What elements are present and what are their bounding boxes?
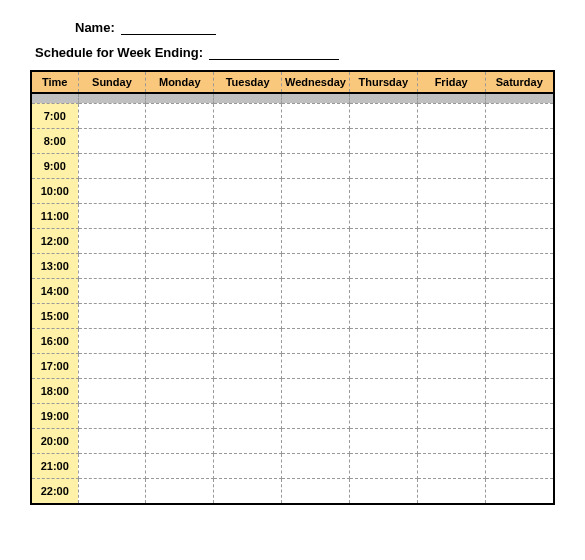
schedule-cell[interactable] bbox=[417, 228, 485, 253]
schedule-cell[interactable] bbox=[282, 228, 350, 253]
schedule-cell[interactable] bbox=[349, 128, 417, 153]
schedule-cell[interactable] bbox=[349, 153, 417, 178]
schedule-cell[interactable] bbox=[485, 453, 553, 478]
schedule-cell[interactable] bbox=[78, 253, 146, 278]
schedule-cell[interactable] bbox=[417, 178, 485, 203]
schedule-cell[interactable] bbox=[214, 403, 282, 428]
schedule-cell[interactable] bbox=[485, 328, 553, 353]
schedule-cell[interactable] bbox=[78, 128, 146, 153]
schedule-cell[interactable] bbox=[282, 253, 350, 278]
schedule-cell[interactable] bbox=[214, 328, 282, 353]
schedule-cell[interactable] bbox=[485, 103, 553, 128]
schedule-cell[interactable] bbox=[146, 378, 214, 403]
schedule-cell[interactable] bbox=[485, 203, 553, 228]
schedule-cell[interactable] bbox=[485, 128, 553, 153]
week-ending-input-line[interactable] bbox=[209, 46, 339, 60]
schedule-cell[interactable] bbox=[146, 303, 214, 328]
schedule-cell[interactable] bbox=[78, 153, 146, 178]
schedule-cell[interactable] bbox=[417, 328, 485, 353]
schedule-cell[interactable] bbox=[146, 403, 214, 428]
schedule-cell[interactable] bbox=[78, 303, 146, 328]
schedule-cell[interactable] bbox=[214, 303, 282, 328]
schedule-cell[interactable] bbox=[214, 153, 282, 178]
schedule-cell[interactable] bbox=[282, 153, 350, 178]
schedule-cell[interactable] bbox=[349, 253, 417, 278]
schedule-cell[interactable] bbox=[78, 178, 146, 203]
schedule-cell[interactable] bbox=[146, 253, 214, 278]
schedule-cell[interactable] bbox=[214, 128, 282, 153]
schedule-cell[interactable] bbox=[282, 178, 350, 203]
schedule-cell[interactable] bbox=[349, 453, 417, 478]
name-input-line[interactable] bbox=[121, 21, 216, 35]
schedule-cell[interactable] bbox=[349, 203, 417, 228]
schedule-cell[interactable] bbox=[349, 378, 417, 403]
schedule-cell[interactable] bbox=[417, 353, 485, 378]
schedule-cell[interactable] bbox=[417, 103, 485, 128]
schedule-cell[interactable] bbox=[485, 428, 553, 453]
schedule-cell[interactable] bbox=[282, 128, 350, 153]
schedule-cell[interactable] bbox=[282, 478, 350, 503]
schedule-cell[interactable] bbox=[417, 253, 485, 278]
schedule-cell[interactable] bbox=[78, 378, 146, 403]
schedule-cell[interactable] bbox=[417, 478, 485, 503]
schedule-cell[interactable] bbox=[417, 303, 485, 328]
schedule-cell[interactable] bbox=[214, 203, 282, 228]
schedule-cell[interactable] bbox=[214, 378, 282, 403]
schedule-cell[interactable] bbox=[282, 203, 350, 228]
schedule-cell[interactable] bbox=[417, 203, 485, 228]
schedule-cell[interactable] bbox=[417, 378, 485, 403]
schedule-cell[interactable] bbox=[214, 278, 282, 303]
schedule-cell[interactable] bbox=[349, 403, 417, 428]
schedule-cell[interactable] bbox=[78, 203, 146, 228]
schedule-cell[interactable] bbox=[417, 128, 485, 153]
schedule-cell[interactable] bbox=[485, 178, 553, 203]
schedule-cell[interactable] bbox=[146, 178, 214, 203]
schedule-cell[interactable] bbox=[485, 228, 553, 253]
schedule-cell[interactable] bbox=[485, 303, 553, 328]
schedule-cell[interactable] bbox=[214, 478, 282, 503]
schedule-cell[interactable] bbox=[78, 228, 146, 253]
schedule-cell[interactable] bbox=[78, 328, 146, 353]
schedule-cell[interactable] bbox=[282, 303, 350, 328]
schedule-cell[interactable] bbox=[282, 278, 350, 303]
schedule-cell[interactable] bbox=[417, 153, 485, 178]
schedule-cell[interactable] bbox=[282, 378, 350, 403]
schedule-cell[interactable] bbox=[146, 478, 214, 503]
schedule-cell[interactable] bbox=[146, 453, 214, 478]
schedule-cell[interactable] bbox=[78, 353, 146, 378]
schedule-cell[interactable] bbox=[485, 353, 553, 378]
schedule-cell[interactable] bbox=[485, 253, 553, 278]
schedule-cell[interactable] bbox=[349, 353, 417, 378]
schedule-cell[interactable] bbox=[349, 103, 417, 128]
schedule-cell[interactable] bbox=[282, 453, 350, 478]
schedule-cell[interactable] bbox=[78, 478, 146, 503]
schedule-cell[interactable] bbox=[282, 428, 350, 453]
schedule-cell[interactable] bbox=[146, 328, 214, 353]
schedule-cell[interactable] bbox=[78, 428, 146, 453]
schedule-cell[interactable] bbox=[146, 228, 214, 253]
schedule-cell[interactable] bbox=[349, 428, 417, 453]
schedule-cell[interactable] bbox=[417, 403, 485, 428]
schedule-cell[interactable] bbox=[349, 328, 417, 353]
schedule-cell[interactable] bbox=[485, 378, 553, 403]
schedule-cell[interactable] bbox=[214, 453, 282, 478]
schedule-cell[interactable] bbox=[485, 403, 553, 428]
schedule-cell[interactable] bbox=[485, 478, 553, 503]
schedule-cell[interactable] bbox=[146, 353, 214, 378]
schedule-cell[interactable] bbox=[214, 103, 282, 128]
schedule-cell[interactable] bbox=[349, 478, 417, 503]
schedule-cell[interactable] bbox=[146, 153, 214, 178]
schedule-cell[interactable] bbox=[214, 178, 282, 203]
schedule-cell[interactable] bbox=[214, 228, 282, 253]
schedule-cell[interactable] bbox=[282, 103, 350, 128]
schedule-cell[interactable] bbox=[417, 278, 485, 303]
schedule-cell[interactable] bbox=[282, 403, 350, 428]
schedule-cell[interactable] bbox=[146, 203, 214, 228]
schedule-cell[interactable] bbox=[485, 278, 553, 303]
schedule-cell[interactable] bbox=[78, 403, 146, 428]
schedule-cell[interactable] bbox=[417, 453, 485, 478]
schedule-cell[interactable] bbox=[349, 303, 417, 328]
schedule-cell[interactable] bbox=[282, 328, 350, 353]
schedule-cell[interactable] bbox=[349, 278, 417, 303]
schedule-cell[interactable] bbox=[214, 353, 282, 378]
